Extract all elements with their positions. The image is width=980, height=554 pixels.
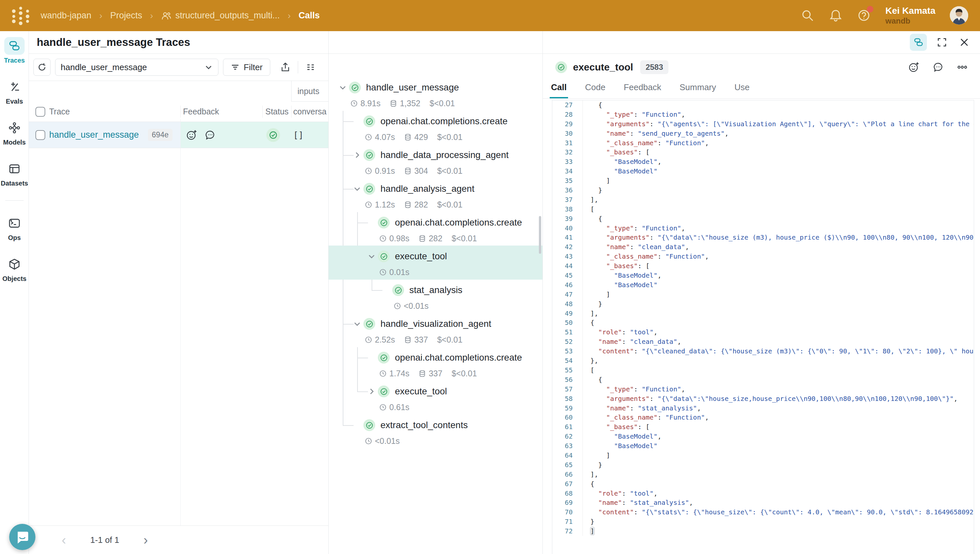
- breadcrumb-item-2[interactable]: Projects: [110, 11, 142, 21]
- tree-node-execute_tool[interactable]: execute_tool0.61s: [329, 382, 542, 416]
- line-number: 41: [552, 233, 583, 242]
- select-all-checkbox[interactable]: [35, 107, 45, 117]
- tree-node-handle_analysis_agent[interactable]: handle_analysis_agent1.12s282$<0.01: [329, 179, 542, 213]
- sidebar-item-models[interactable]: Models: [0, 119, 29, 146]
- bell-icon[interactable]: [829, 8, 843, 22]
- line-number: 70: [552, 508, 583, 517]
- tab-feedback[interactable]: Feedback: [624, 80, 661, 98]
- code-line: 70 "content": "{\"stats\": {\"house_size…: [552, 508, 974, 517]
- page-title: handle_user_message Traces: [29, 36, 190, 49]
- tree-node-extract_tool_contents[interactable]: extract_tool_contents<0.01s: [329, 416, 542, 449]
- sidebar-item-datasets[interactable]: Datasets: [0, 160, 29, 187]
- sidebar-item-label: Datasets: [1, 180, 28, 187]
- line-number: 35: [552, 176, 583, 186]
- code-line: 45 "BaseModel",: [552, 271, 974, 280]
- tree-node-execute_tool[interactable]: execute_tool0.01s: [329, 247, 542, 280]
- add-reaction-icon[interactable]: [186, 129, 198, 141]
- call-code-viewer[interactable]: 27 {28 "_type": "Function",29 "arguments…: [552, 100, 974, 554]
- column-header-feedback[interactable]: Feedback: [183, 102, 219, 122]
- breadcrumb-item-3[interactable]: structured_outputs_multi...: [161, 11, 280, 21]
- sidebar-item-evals[interactable]: Evals: [0, 78, 29, 105]
- trace-link[interactable]: handle_user_message: [49, 130, 139, 140]
- weave-app: wandb-japan›Projects›structured_outputs_…: [0, 0, 980, 554]
- columns-button[interactable]: [303, 59, 319, 75]
- comment-icon[interactable]: [932, 61, 945, 73]
- next-page-icon[interactable]: ›: [143, 533, 148, 546]
- tokens-icon: [404, 167, 412, 175]
- evals-icon: [4, 78, 25, 96]
- export-button[interactable]: [277, 59, 293, 75]
- sidebar-item-objects[interactable]: Objects: [0, 255, 29, 283]
- tree-node-stat_analysis[interactable]: stat_analysis<0.01s: [329, 280, 542, 314]
- row-checkbox[interactable]: [35, 130, 45, 140]
- column-header-status[interactable]: Status: [265, 102, 288, 122]
- sidebar-item-label: Models: [3, 138, 26, 146]
- ops-icon: [4, 214, 25, 232]
- tree-node-openai.chat.completions.create[interactable]: openai.chat.completions.create4.07s429$<…: [329, 112, 542, 146]
- search-icon[interactable]: [801, 8, 814, 22]
- close-icon[interactable]: [957, 35, 972, 49]
- left-sidebar: TracesEvalsModelsDatasetsOpsObjects: [0, 31, 29, 554]
- code-line: 60 "_class_name": "Function",: [552, 413, 974, 422]
- tree-node-handle_visualization_agent[interactable]: handle_visualization_agent2.52s337$<0.01: [329, 314, 542, 348]
- comment-icon[interactable]: [204, 129, 217, 141]
- prev-page-icon[interactable]: ‹: [62, 533, 66, 546]
- filter-button[interactable]: Filter: [223, 59, 270, 76]
- fullscreen-icon[interactable]: [935, 35, 949, 49]
- overflow-menu-icon[interactable]: [956, 61, 968, 73]
- tab-call[interactable]: Call: [551, 80, 567, 98]
- line-number: 69: [552, 498, 583, 508]
- column-header-trace[interactable]: Trace: [49, 102, 70, 122]
- line-number: 27: [552, 100, 583, 110]
- chevron-down-icon[interactable]: [352, 183, 363, 194]
- team-icon: [161, 11, 172, 20]
- breadcrumb-item-1[interactable]: wandb-japan: [41, 11, 91, 21]
- models-icon: [4, 119, 25, 137]
- tree-node-handle_user_message[interactable]: handle_user_message8.91s1,352$<0.01: [329, 78, 542, 112]
- add-reaction-icon[interactable]: [908, 61, 920, 73]
- breadcrumb-item-4[interactable]: Calls: [298, 11, 320, 21]
- line-number: 60: [552, 413, 583, 422]
- tokens-icon: [419, 235, 426, 242]
- line-number: 52: [552, 337, 583, 347]
- help-icon[interactable]: [857, 8, 871, 22]
- avatar[interactable]: [950, 6, 968, 25]
- tree-node-openai.chat.completions.create[interactable]: openai.chat.completions.create0.98s282$<…: [329, 213, 542, 247]
- tab-code[interactable]: Code: [585, 80, 606, 98]
- tree-node-openai.chat.completions.create[interactable]: openai.chat.completions.create1.74s337$<…: [329, 348, 542, 382]
- success-check-icon: [363, 115, 375, 127]
- user-org: wandb: [885, 16, 935, 26]
- code-line: 64 ]: [552, 451, 974, 460]
- tree-node-meta: 2.52s337$<0.01: [329, 333, 542, 346]
- line-number: 43: [552, 252, 583, 261]
- code-line: 72]: [552, 527, 974, 536]
- chat-support-button[interactable]: [9, 524, 35, 550]
- sidebar-item-traces[interactable]: Traces: [0, 37, 29, 64]
- filter-icon: [231, 63, 240, 72]
- tab-use[interactable]: Use: [735, 80, 749, 98]
- chevron-down-icon[interactable]: [366, 251, 377, 262]
- clock-icon: [379, 370, 387, 377]
- chevron-right-icon[interactable]: [366, 386, 377, 397]
- line-number: 67: [552, 479, 583, 489]
- user-menu[interactable]: Kei Kamata wandb: [885, 5, 935, 25]
- tree-scrollbar[interactable]: [539, 216, 541, 254]
- sidebar-item-ops[interactable]: Ops: [0, 214, 29, 242]
- code-line: 50{: [552, 318, 974, 328]
- refresh-button[interactable]: [33, 59, 51, 76]
- chevron-down-icon[interactable]: [352, 318, 363, 330]
- chevron-right-icon[interactable]: [352, 150, 363, 161]
- wandb-logo-icon[interactable]: [10, 6, 32, 26]
- chevron-down-icon[interactable]: [337, 82, 348, 93]
- column-header-conversation[interactable]: conversa: [293, 102, 328, 122]
- op-selector-dropdown[interactable]: handle_user_message: [55, 59, 218, 76]
- line-number: 50: [552, 318, 583, 328]
- tab-summary[interactable]: Summary: [680, 80, 716, 98]
- filter-label: Filter: [244, 62, 263, 72]
- table-group-header-row: inputs: [29, 81, 328, 102]
- call-count-badge[interactable]: 2583: [640, 60, 668, 74]
- toggle-tree-view-button[interactable]: [910, 34, 927, 51]
- table-row[interactable]: handle_user_message 694e: [29, 122, 328, 148]
- tree-node-handle_data_processing_agent[interactable]: handle_data_processing_agent0.91s304$<0.…: [329, 146, 542, 179]
- pagination-label: 1-1 of 1: [90, 535, 119, 545]
